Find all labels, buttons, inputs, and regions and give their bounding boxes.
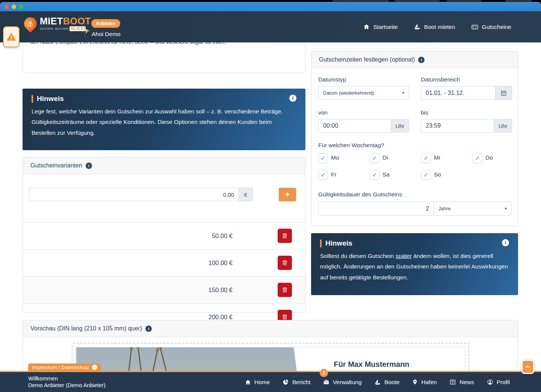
checkbox-do[interactable]: ✓ (473, 153, 482, 163)
welcome-text: Willkommen Demo Anbieter (Demo Anbieter) (28, 375, 106, 389)
voucher-icon (471, 23, 479, 31)
weekday-label: Mi (434, 154, 440, 161)
currency-addon: € (239, 188, 253, 201)
mietboot-logo[interactable]: ⚓ MIETBOOT SUCHEN, BUCHEN KLICK (24, 17, 91, 31)
calendar-addon-button[interactable] (496, 86, 512, 100)
menubar-remnant (505, 0, 532, 2)
delete-variant-button[interactable] (278, 229, 292, 243)
profile-icon (487, 379, 493, 385)
weekday-label: Do (485, 154, 493, 161)
info-icon: i (92, 365, 97, 370)
variant-amount: 100.00 € (209, 250, 233, 276)
sailboat-icon (374, 379, 381, 386)
checkbox-mi[interactable]: ✓ (421, 153, 431, 163)
anchor-pin-icon: ⚓ (21, 15, 39, 33)
wochentag-label: Für welchen Wochentag? (318, 142, 384, 149)
checkbox-sa[interactable]: ✓ (370, 170, 379, 180)
footer-nav-verwaltung[interactable]: Verwaltung (323, 379, 362, 386)
hinweis-text: Lege fest, welche Varianten dein Gutsche… (32, 106, 291, 138)
checkbox-fr[interactable]: ✓ (318, 170, 328, 180)
info-icon[interactable]: i (418, 57, 425, 63)
hinweis-box-aenderungen: Hinweis i Solltest du diesen Gutschein s… (311, 233, 518, 295)
map-pin-icon (412, 379, 418, 385)
datumstyp-select[interactable]: Datum (wiederkehrend) ▾ (318, 86, 409, 100)
variant-row: 100.00 € (23, 249, 305, 276)
variant-amount: 150.00 € (209, 277, 233, 303)
footer-nav-home[interactable]: Home (245, 379, 270, 386)
weekday-label: So (434, 171, 441, 178)
news-icon (449, 379, 456, 386)
minimize-window-button[interactable] (12, 5, 16, 9)
header-nav: Startseite Boot mieten Gutscheine (363, 11, 511, 42)
info-icon[interactable]: i (145, 326, 152, 332)
weekday-label: Fr (331, 171, 337, 178)
von-time-input[interactable] (318, 119, 391, 133)
home-icon (245, 379, 251, 385)
nav-boot-mieten[interactable]: Boot mieten (414, 23, 455, 30)
chevron-up-icon (525, 364, 531, 370)
variant-amount: 50.00 € (212, 223, 233, 249)
info-icon[interactable]: i (289, 95, 296, 102)
nav-gutscheine[interactable]: Gutscheine (471, 23, 511, 31)
datumsbereich-label: Datumsbereich (421, 76, 460, 83)
menubar-remnant (447, 0, 481, 2)
variant-row: 50.00 € (23, 222, 305, 249)
window-titlebar[interactable] (0, 2, 541, 11)
account-name: Ahoi Demo (92, 31, 121, 38)
chevron-down-icon: ▾ (505, 206, 507, 211)
footer-nav-bericht[interactable]: Bericht (283, 379, 310, 386)
footer-bar: Willkommen Demo Anbieter (Demo Anbieter)… (0, 371, 541, 392)
footer-nav-news[interactable]: News (449, 379, 474, 386)
footer-nav-profil[interactable]: Profil (487, 379, 510, 386)
weekday-label: Di (382, 154, 388, 161)
gutscheinzeiten-card: Gutscheinzeiten festlegen (optional) i D… (311, 51, 518, 226)
checkbox-so[interactable]: ✓ (421, 170, 431, 180)
footer-nav-hafen[interactable]: Hafen (412, 379, 437, 386)
menubar-remnant (332, 0, 389, 2)
datumstyp-label: Datumstyp (318, 76, 346, 83)
info-icon[interactable]: i (86, 163, 92, 169)
datumsbereich-input[interactable] (421, 86, 496, 100)
info-icon[interactable]: i (502, 239, 509, 246)
weekday-label: Mo (331, 154, 339, 161)
menubar-remnant (394, 0, 440, 2)
nav-startseite[interactable]: Startseite (363, 24, 397, 30)
scroll-to-top-button[interactable] (521, 360, 534, 374)
hinweis-title: Hinweis (37, 95, 64, 103)
delete-variant-button[interactable] (278, 283, 292, 297)
von-label: von (318, 109, 328, 116)
impressum-link[interactable]: Impressum | Datenschutz i (28, 363, 101, 371)
hinweis-text: Solltest du diesen Gutschein später ände… (320, 251, 509, 283)
hinweis-box-varianten: Hinweis i Lege fest, welche Varianten de… (23, 89, 305, 150)
section-title: Gutscheinzeiten festlegen (optional) (319, 56, 415, 63)
underlined-word: später (396, 253, 412, 259)
checkbox-di[interactable]: ✓ (370, 153, 379, 163)
bis-time-input[interactable] (421, 119, 494, 133)
accent-bar (32, 95, 33, 103)
briefcase-icon (323, 379, 329, 385)
dauer-unit-select[interactable]: Jahre ▾ (434, 202, 512, 216)
dauer-input[interactable] (318, 202, 434, 216)
hinweis-title: Hinweis (325, 239, 352, 247)
warning-icon (7, 33, 16, 41)
delete-variant-button[interactable] (278, 256, 292, 270)
close-window-button[interactable] (5, 5, 9, 9)
logo-tagline: SUCHEN, BUCHEN (40, 27, 68, 30)
footer-nav-boote[interactable]: Boote (374, 379, 400, 386)
zoom-window-button[interactable] (19, 5, 23, 9)
header-divider (85, 19, 85, 36)
checkbox-mo[interactable]: ✓ (318, 153, 328, 163)
variant-row: 150.00 € (23, 276, 305, 303)
warning-tab-button[interactable] (3, 26, 20, 47)
sailboat-icon (414, 23, 421, 30)
role-badge: Anbieter (91, 19, 120, 28)
add-variant-button[interactable]: + (279, 188, 296, 201)
logo-klick-badge: KLICK (70, 26, 86, 31)
accent-bar (320, 240, 322, 247)
pie-chart-icon (283, 379, 289, 385)
amount-input[interactable] (29, 188, 239, 201)
variant-list: 50.00 € 100.00 € 150.00 € 200.00 € (23, 222, 305, 330)
chevron-down-icon: ▾ (402, 90, 404, 95)
weekday-label: Sa (382, 171, 390, 178)
dauer-label: Gültigkeitsdauer des Gutscheins (318, 191, 402, 198)
